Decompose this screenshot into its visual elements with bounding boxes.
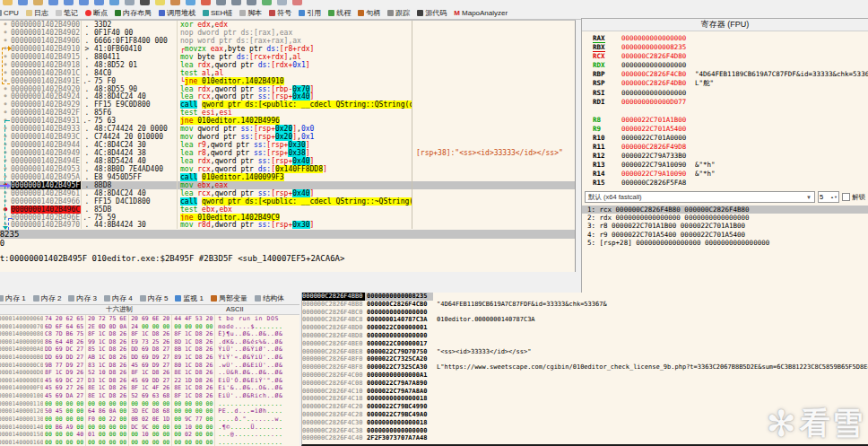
stack-dump-panel[interactable]: 000000C2826F4BB00000000000008235000000C2…: [301, 293, 868, 446]
stack-row[interactable]: 000000C2826F4BD80000000000000000: [302, 332, 868, 340]
disasm-row[interactable]: ●00000001402B494E.48:8D5424 40lea rdx,qw…: [0, 157, 575, 165]
dump-tab-4[interactable]: 内存 4: [100, 293, 136, 303]
register-row[interactable]: RBP000000C2826F4CB0"4D64FEB1189CB619A7C8…: [582, 70, 868, 79]
restart-icon[interactable]: [18, 0, 28, 5]
register-row[interactable]: R15000000C2826F5FA8: [582, 179, 868, 188]
checkbox-icon[interactable]: [842, 193, 850, 201]
dump-tab-5[interactable]: 内存 5: [136, 293, 172, 303]
tab-source[interactable]: 源代码: [413, 7, 450, 19]
hexdump-row[interactable]: 0000000140000080C8 7D B6 758F 1C D8 268F…: [0, 330, 299, 338]
tab-log[interactable]: 日志: [22, 7, 52, 19]
bug-icon[interactable]: [292, 0, 302, 5]
register-row[interactable]: RAX0000000000000000: [582, 34, 868, 43]
row-dot-icon[interactable]: ●: [0, 92, 11, 101]
hexdump-row[interactable]: 000000014000006074 20 62 6520 72 75 6E20…: [0, 315, 299, 323]
stack-row[interactable]: 000000C2826F4C300000000000000018: [302, 419, 868, 427]
stack-row[interactable]: 000000C2826F4C0000000000000000A1: [302, 372, 868, 380]
row-dot-icon[interactable]: ●: [0, 157, 11, 165]
dump-tab-1[interactable]: 内存 1: [0, 293, 30, 303]
hexdump-row[interactable]: 000000014000009086 64 4B 2699 1C D8 26E9…: [0, 338, 299, 346]
disasm-row[interactable]: ●00000001402B4931.-75 63jne 010editor.14…: [0, 117, 575, 125]
execute-till-return-icon[interactable]: [109, 0, 119, 5]
row-dot-icon[interactable]: ●: [0, 85, 11, 93]
dump-tab-7[interactable]: 局部变量: [207, 293, 251, 303]
disasm-row[interactable]: ●00000001402B4970.44:8B4424 30mov r8d,dw…: [0, 221, 575, 229]
argument-row[interactable]: 2: rdx 0000000000000000 0000000000000000: [582, 214, 868, 222]
hexdump-row[interactable]: 000000014000011000 00 00 0000 00 00 0000…: [0, 400, 299, 408]
step-into-icon[interactable]: [64, 0, 74, 5]
row-dot-icon[interactable]: ●: [0, 29, 11, 37]
disasm-row[interactable]: ●00000001402B4910>41:0FB60410┌movzx eax,…: [0, 45, 575, 53]
hexdump-row[interactable]: 00000001400000D08F 1C D9 2652 10 D8 268F…: [0, 369, 299, 377]
stop-icon[interactable]: [140, 0, 150, 5]
register-row[interactable]: R90000022C701A5400: [582, 125, 868, 134]
stack-row[interactable]: 000000C2826F4BE00000022C00000017: [302, 340, 868, 348]
hexdump-row[interactable]: 000000014000013000 00 00 00F0 00 22 000B…: [0, 415, 299, 424]
hexdump-row[interactable]: 000000014000010045 69 DA 278E 1C D8 2652…: [0, 392, 299, 400]
row-dot-icon[interactable]: ●: [0, 133, 11, 141]
hexdump-row[interactable]: 00000001400000C09B 77 D9 2783 1C D8 2645…: [0, 362, 299, 370]
row-dot-icon[interactable]: ●: [0, 173, 11, 181]
tab-trace[interactable]: 跟踪: [384, 7, 413, 19]
stack-row[interactable]: 000000C2826F4C100000022C79A7A8A0: [302, 388, 868, 396]
hexdump-row[interactable]: 000000014000012050 45 00 0064 86 0A 003D…: [0, 407, 299, 415]
globe-icon[interactable]: [186, 0, 195, 5]
stack-row[interactable]: 000000C2826F4C200000022C79BC4990: [302, 403, 868, 411]
dump-tab-2[interactable]: 内存 2: [30, 293, 65, 303]
hexdump-row[interactable]: 000000014000015000 00 00 4001 00 00 0000…: [0, 431, 299, 439]
argument-row[interactable]: 3: r8 0000022C701A1B00 0000022C701A1B00: [582, 222, 868, 230]
stack-row[interactable]: 000000C2826F4BD00000022C00000001: [302, 324, 868, 332]
dump-tab-6[interactable]: 监视 1: [171, 293, 207, 303]
breakpoint-dot-icon[interactable]: ●: [0, 206, 11, 214]
disasm-row[interactable]: ●00000001402B495F.8BD8mov ebx,eax: [0, 181, 575, 189]
hexdump-row[interactable]: 00000001400000E045 69 DC 27D3 1C D8 2645…: [0, 377, 299, 385]
argument-row[interactable]: 5: [rsp+28] 0000000000000000 00000000000…: [582, 239, 868, 247]
tab-cpu[interactable]: CPU: [0, 7, 22, 19]
stack-row[interactable]: 000000C2826F4BE80000022C79D70750"<ss><id…: [302, 348, 868, 356]
register-row[interactable]: RDX0000000000000000: [582, 61, 868, 70]
hexdump-row[interactable]: 00000001400000706D 6F 64 652E 0D 0D 0A24…: [0, 323, 299, 331]
info-line-1[interactable]: ebx=8235: [0, 230, 575, 239]
row-dot-icon[interactable]: ●: [0, 77, 11, 85]
disasm-row[interactable]: ●00000001402B4920.48:8D55 90lea rdx,qwor…: [0, 85, 575, 93]
dump-tab-8[interactable]: 结构体: [251, 293, 288, 303]
register-row[interactable]: R140000022C79A10090&"*h": [582, 170, 868, 179]
tab-references[interactable]: 引用: [295, 7, 325, 19]
row-dot-icon[interactable]: ●: [0, 61, 11, 69]
row-dot-icon[interactable]: ●: [0, 45, 11, 53]
register-row[interactable]: R130000022C79A10090&"*h": [582, 161, 868, 170]
stack-row[interactable]: 000000C2826F4BC00000000000000000: [302, 309, 868, 317]
tab-threads[interactable]: 线程: [325, 7, 354, 19]
row-dot-icon[interactable]: ●: [0, 149, 11, 157]
unlock-checkbox[interactable]: 解锁: [842, 193, 865, 202]
row-dot-icon[interactable]: ●: [0, 189, 11, 197]
disasm-row[interactable]: ●00000001402B496C.85DBtest ebx,ebx: [0, 206, 575, 214]
disasm-row[interactable]: ●00000001402B496E.-75 59jne 010editor.14…: [0, 214, 575, 222]
eraser-icon[interactable]: [170, 0, 180, 5]
disasm-row[interactable]: ●00000001402B4900.33D2xor edx,edx: [0, 21, 575, 29]
stack-row[interactable]: 000000C2826F4C380000000000000000: [302, 427, 868, 435]
run-icon[interactable]: [48, 0, 58, 5]
disasm-row[interactable]: ●00000001402B4906.6666:0F1F8400 000nop w…: [0, 37, 575, 45]
disasm-row[interactable]: ●00000001402B4966.FF15 D4C1D800call qwor…: [0, 197, 575, 206]
registers-panel[interactable]: 寄存器 (FPU) RAX0000000000000000RBX00000000…: [581, 18, 868, 300]
hexdump-row[interactable]: 00000001400000B0DD 69 DD 27AB 1C D8 26DD…: [0, 354, 299, 362]
hexdump-row[interactable]: 000000014000014000 B6 A9 0000 00 00 00DC…: [0, 424, 299, 432]
row-dot-icon[interactable]: ●: [0, 221, 11, 229]
breakpoint-dot-icon[interactable]: ●: [0, 181, 11, 189]
stack-row[interactable]: 000000C2826F4BF00000022C7325CA20: [302, 355, 868, 363]
disasm-row[interactable]: ●00000001402B4924.48:8D4C24 40lea rcx,qw…: [0, 92, 575, 101]
disasm-row[interactable]: ●00000001402B4953.48:8B0D 7E4AD400mov rc…: [0, 165, 575, 173]
stack-row[interactable]: 000000C2826F4C080000022C79A7A890: [302, 380, 868, 388]
disasm-row[interactable]: ●00000001402B4933.48:C74424 20 0000mov q…: [0, 125, 575, 133]
tab-mapo[interactable]: MMapoAnalyzer: [450, 7, 511, 19]
chart-icon[interactable]: [262, 0, 272, 5]
row-dot-icon[interactable]: ●: [0, 117, 11, 125]
stepper-arrows-icon[interactable]: ▲▼: [830, 196, 838, 199]
argument-row[interactable]: 4: r9 0000022C701A5400 0000022C701A5400: [582, 231, 868, 239]
disasm-row[interactable]: ●00000001402B4961.48:8D4C24 40lea rcx,qw…: [0, 189, 575, 197]
tab-memory-map[interactable]: 内存布局: [111, 7, 155, 19]
row-dot-icon[interactable]: ●: [0, 165, 11, 173]
tab-script[interactable]: 脚本: [236, 7, 265, 19]
register-row[interactable]: R80000022C701A1B00: [582, 116, 868, 125]
